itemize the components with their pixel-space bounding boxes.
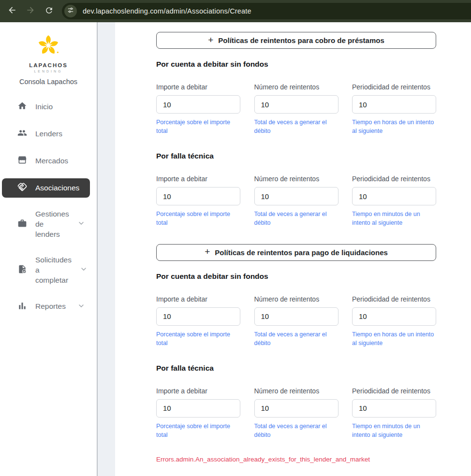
periodicidad-de-reintentos-input[interactable] [352,95,436,114]
field-label: Número de reintentos [254,295,339,303]
field-label: Periodicidad de reintentos [352,295,436,303]
sidebar-item-gestiones-de-lenders[interactable]: Gestiones de lenders [2,205,90,244]
periodicidad-de-reintentos-input[interactable] [352,187,436,205]
sidebar-item-asociaciones[interactable]: Asociaciones [2,178,90,198]
field-helper: Porcentaje sobre el importe total [156,330,240,347]
field-helper: Tiempo en horas de un intento al siguien… [352,330,436,347]
field-helper: Total de veces a generar el débito [254,118,339,135]
field-row: Importe a debitar Porcentaje sobre el im… [156,387,436,439]
field-row: Importe a debitar Porcentaje sobre el im… [156,175,436,227]
lapacho-flower-logo-icon [35,52,61,60]
field-label: Número de reintentos [254,387,339,395]
sidebar-item-label: Solicitudes a completar [35,255,72,286]
field-helper: Total de veces a generar el débito [254,330,339,347]
sidebar-item-label: Inicio [35,102,53,112]
importe-a-debitar-input[interactable] [156,95,240,114]
chevron-down-icon [77,219,85,229]
group-heading: Por falla técnica [156,364,436,373]
tune-icon [67,7,74,15]
numero-de-reintentos-input[interactable] [254,187,339,205]
sidebar-item-label: Lenders [35,129,62,139]
field-importe-a-debitar: Importe a debitar Porcentaje sobre el im… [156,387,240,439]
brand-block: LAPACHOS LENDING Consola Lapachos [0,32,97,86]
importe-a-debitar-input[interactable] [156,187,240,205]
field-periodicidad-de-reintentos: Periodicidad de reintentos Tiempo en min… [352,387,436,439]
site-settings-button[interactable] [64,5,77,17]
home-icon [17,101,27,113]
field-label: Periodicidad de reintentos [352,83,436,91]
add-cobro-policies-button[interactable]: + Políticas de reintentos para cobro de … [156,32,436,49]
field-helper: Porcentaje sobre el importe total [156,118,240,135]
field-importe-a-debitar: Importe a debitar Porcentaje sobre el im… [156,175,240,227]
browser-toolbar: dev.lapachoslending.com/admin/Associatio… [0,0,471,22]
brand-subtitle: LENDING [0,70,97,73]
field-label: Número de reintentos [254,175,339,183]
periodicidad-de-reintentos-input[interactable] [352,399,436,418]
field-label: Importe a debitar [156,387,240,395]
chevron-down-icon [77,302,85,312]
reload-button[interactable] [40,2,58,20]
main-content: + Políticas de reintentos para cobro de … [115,22,471,476]
sidebar-item-mercados[interactable]: Mercados [2,151,90,171]
group-heading: Por cuenta a debitar sin fondos [156,60,436,69]
field-label: Importe a debitar [156,295,240,303]
importe-a-debitar-input[interactable] [156,399,240,418]
forward-arrow-icon [26,5,35,17]
sidebar-item-label: Asociaciones [35,183,79,193]
section-button-label: Políticas de reintentos para pago de liq… [215,248,388,257]
numero-de-reintentos-input[interactable] [254,399,339,418]
field-row: Importe a debitar Porcentaje sobre el im… [156,295,436,347]
handshake-icon [17,182,27,194]
sidebar-item-lenders[interactable]: Lenders [2,124,90,144]
forward-button[interactable] [21,2,40,20]
console-label: Consola Lapachos [0,78,97,86]
field-helper: Tiempo en minutos de un intento al sigui… [352,210,436,227]
users-icon [17,128,27,140]
periodicidad-de-reintentos-input[interactable] [352,307,436,326]
group-heading: Por falla técnica [156,152,436,160]
bar-chart-icon [17,301,27,313]
numero-de-reintentos-input[interactable] [254,307,339,326]
group-heading: Por cuenta a debitar sin fondos [156,272,436,281]
importe-a-debitar-input[interactable] [156,307,240,326]
field-helper: Porcentaje sobre el importe total [156,422,240,439]
field-helper: Total de veces a generar el débito [254,422,339,439]
reload-icon [44,6,54,17]
field-importe-a-debitar: Importe a debitar Porcentaje sobre el im… [156,83,240,135]
error-message: Errors.admin.An_association_already_exis… [156,456,436,463]
url-text: dev.lapachoslending.com/admin/Associatio… [83,7,251,15]
field-row: Importe a debitar Porcentaje sobre el im… [156,83,436,135]
address-bar[interactable]: dev.lapachoslending.com/admin/Associatio… [62,3,471,19]
field-numero-de-reintentos: Número de reintentos Total de veces a ge… [254,295,339,347]
section-button-label: Políticas de reintentos para cobro de pr… [218,36,384,44]
back-arrow-icon [7,5,17,17]
field-helper: Tiempo en horas de un intento al siguien… [352,118,436,135]
sidebar-item-label: Mercados [35,156,68,166]
brand-name: LAPACHOS [0,62,97,68]
briefcase-icon [17,218,27,230]
field-label: Periodicidad de reintentos [352,387,436,395]
sidebar-item-reportes[interactable]: Reportes [2,297,90,317]
plus-icon: + [205,246,210,257]
field-numero-de-reintentos: Número de reintentos Total de veces a ge… [254,387,339,439]
field-helper: Tiempo en minutos de un intento al sigui… [352,422,436,439]
chevron-down-icon [80,265,88,275]
sidebar: LAPACHOS LENDING Consola Lapachos Inicio… [0,22,98,476]
sidebar-nav: Inicio Lenders Mercados Asociaciones [0,97,97,317]
field-label: Periodicidad de reintentos [352,175,436,183]
field-periodicidad-de-reintentos: Periodicidad de reintentos Tiempo en hor… [352,83,436,135]
file-check-icon [17,264,27,276]
sidebar-item-inicio[interactable]: Inicio [2,97,90,116]
field-helper: Total de veces a generar el débito [254,210,339,227]
sidebar-item-label: Gestiones de lenders [35,209,69,240]
back-button[interactable] [3,2,21,20]
numero-de-reintentos-input[interactable] [254,95,339,114]
plus-icon: + [208,35,213,45]
sidebar-item-solicitudes-a-completar[interactable]: Solicitudes a completar [2,251,90,289]
content-gutter [98,22,115,476]
field-importe-a-debitar: Importe a debitar Porcentaje sobre el im… [156,295,240,347]
field-label: Importe a debitar [156,83,240,91]
field-label: Importe a debitar [156,175,240,183]
add-liquidaciones-policies-button[interactable]: + Políticas de reintentos para pago de l… [156,244,436,261]
sidebar-item-label: Reportes [35,302,66,312]
